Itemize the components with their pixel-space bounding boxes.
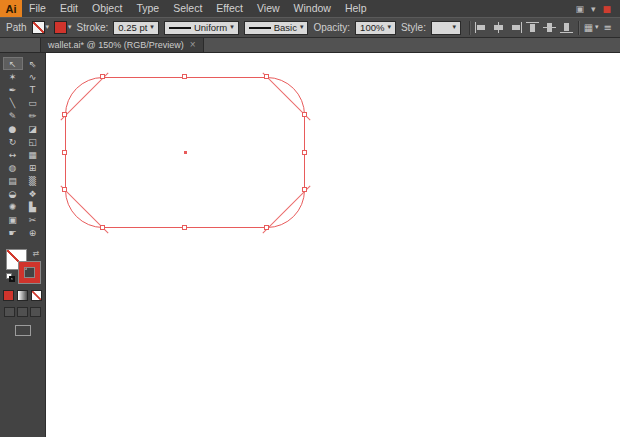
- blob-brush-tool[interactable]: ●: [3, 122, 23, 135]
- draw-normal-button[interactable]: [4, 307, 15, 317]
- menubar: Ai FileEditObjectTypeSelectEffectViewWin…: [0, 0, 620, 17]
- tools-grid: ↖⇖✶∿✒T╲▭✎✏●◪↻◱↔▦◍⊞▤▒◒❖✺▙▣✂☛⊕: [3, 57, 43, 239]
- menu-item-select[interactable]: Select: [166, 0, 209, 17]
- anchor-point[interactable]: [182, 225, 187, 230]
- anchor-point[interactable]: [62, 150, 67, 155]
- stroke-color-button[interactable]: ▾: [54, 21, 72, 34]
- default-fill-stroke-icon[interactable]: [6, 273, 15, 282]
- menu-item-effect[interactable]: Effect: [209, 0, 250, 17]
- menu-item-view[interactable]: View: [250, 0, 287, 17]
- menu-item-help[interactable]: Help: [338, 0, 374, 17]
- separator: [469, 21, 470, 35]
- align-horizontal-left-icon[interactable]: [475, 22, 488, 33]
- stroke-color-swatch-icon: [54, 21, 67, 34]
- panel-menu-icon[interactable]: ≡: [604, 22, 612, 33]
- style-label: Style:: [401, 22, 426, 33]
- direct-selection-tool[interactable]: ⇖: [23, 57, 43, 70]
- arrange-documents-caret-icon[interactable]: ▾: [591, 4, 596, 14]
- lasso-tool[interactable]: ∿: [23, 70, 43, 83]
- type-tool[interactable]: T: [23, 83, 43, 96]
- anchor-point[interactable]: [182, 74, 187, 79]
- pen-tool[interactable]: ✒: [3, 83, 23, 96]
- anchor-point[interactable]: [264, 74, 269, 79]
- opacity-label[interactable]: Opacity:: [313, 22, 350, 33]
- paintbrush-tool[interactable]: ✎: [3, 109, 23, 122]
- none-button[interactable]: [31, 290, 42, 301]
- fill-color-button[interactable]: ▾: [32, 21, 50, 34]
- caret-down-icon: ▾: [595, 24, 599, 31]
- stroke-label: Stroke:: [77, 22, 109, 33]
- brush-definition-dropdown[interactable]: Basic ▾: [244, 21, 309, 35]
- magic-wand-tool[interactable]: ✶: [3, 70, 23, 83]
- stroke-weight-field[interactable]: 0.25 pt ▾: [113, 21, 159, 35]
- scale-tool[interactable]: ◱: [23, 135, 43, 148]
- anchor-point[interactable]: [62, 187, 67, 192]
- stroke-weight-value: 0.25 pt: [118, 22, 147, 33]
- style-dropdown[interactable]: ▾: [431, 21, 461, 35]
- opacity-field[interactable]: 100% ▾: [355, 21, 396, 35]
- free-transform-tool[interactable]: ▦: [23, 148, 43, 161]
- eyedropper-tool[interactable]: ◒: [3, 187, 23, 200]
- anchor-point[interactable]: [302, 187, 307, 192]
- center-point[interactable]: [184, 151, 187, 154]
- align-vertical-top-icon[interactable]: [526, 22, 539, 33]
- width-profile-value: Uniform: [194, 22, 227, 33]
- swap-fill-stroke-icon[interactable]: ⇄: [33, 249, 40, 258]
- app-logo: Ai: [0, 0, 22, 17]
- caret-down-icon: ▾: [452, 24, 456, 31]
- pencil-tool[interactable]: ✏: [23, 109, 43, 122]
- hand-tool[interactable]: ☛: [3, 226, 23, 239]
- anchor-point[interactable]: [264, 225, 269, 230]
- menu-item-file[interactable]: File: [22, 0, 53, 17]
- menu-items: FileEditObjectTypeSelectEffectViewWindow…: [22, 0, 374, 17]
- blend-tool[interactable]: ❖: [23, 187, 43, 200]
- screen-mode-button[interactable]: [15, 325, 31, 336]
- stroke-swatch[interactable]: [19, 262, 40, 283]
- symbol-sprayer-tool[interactable]: ✺: [3, 200, 23, 213]
- anchor-point[interactable]: [100, 225, 105, 230]
- caret-down-icon: ▾: [230, 24, 234, 31]
- artboard-tool[interactable]: ▣: [3, 213, 23, 226]
- align-vertical-bottom-icon[interactable]: [560, 22, 573, 33]
- zoom-tool[interactable]: ⊕: [23, 226, 43, 239]
- shape-builder-tool[interactable]: ◍: [3, 161, 23, 174]
- caret-down-icon: ▾: [68, 24, 72, 31]
- anchor-point[interactable]: [302, 150, 307, 155]
- rotate-tool[interactable]: ↻: [3, 135, 23, 148]
- width-profile-dropdown[interactable]: Uniform ▾: [164, 21, 239, 35]
- workspace: ↖⇖✶∿✒T╲▭✎✏●◪↻◱↔▦◍⊞▤▒◒❖✺▙▣✂☛⊕ ⇄: [0, 53, 620, 437]
- draw-behind-button[interactable]: [17, 307, 28, 317]
- menu-item-window[interactable]: Window: [287, 0, 338, 17]
- align-horizontal-center-icon[interactable]: [492, 22, 505, 33]
- line-segment-tool[interactable]: ╲: [3, 96, 23, 109]
- red-app-badge-icon[interactable]: ■: [602, 4, 611, 14]
- drawing-modes-group: [4, 307, 41, 317]
- align-horizontal-right-icon[interactable]: [509, 22, 522, 33]
- gradient-tool[interactable]: ▒: [23, 174, 43, 187]
- width-tool[interactable]: ↔: [3, 148, 23, 161]
- menu-item-type[interactable]: Type: [129, 0, 166, 17]
- anchor-point[interactable]: [302, 112, 307, 117]
- color-gradient-none-group: [3, 290, 42, 301]
- close-tab-icon[interactable]: ×: [190, 40, 196, 50]
- anchor-point[interactable]: [100, 74, 105, 79]
- rectangle-tool[interactable]: ▭: [23, 96, 43, 109]
- align-vertical-center-icon[interactable]: [543, 22, 556, 33]
- canvas[interactable]: [46, 53, 620, 437]
- eraser-tool[interactable]: ◪: [23, 122, 43, 135]
- anchor-point[interactable]: [62, 112, 67, 117]
- object-type-label: Path: [6, 22, 27, 33]
- transform-grid-button[interactable]: ▦ ▾: [584, 22, 599, 33]
- gradient-button[interactable]: [17, 290, 28, 301]
- arrange-documents-icon[interactable]: ▣: [575, 4, 584, 14]
- menu-item-edit[interactable]: Edit: [53, 0, 85, 17]
- column-graph-tool[interactable]: ▙: [23, 200, 43, 213]
- color-button[interactable]: [3, 290, 14, 301]
- menu-item-object[interactable]: Object: [85, 0, 129, 17]
- slice-tool[interactable]: ✂: [23, 213, 43, 226]
- draw-inside-button[interactable]: [30, 307, 41, 317]
- mesh-tool[interactable]: ▤: [3, 174, 23, 187]
- document-tab[interactable]: wallet.ai* @ 150% (RGB/Preview) ×: [40, 38, 204, 52]
- selection-tool[interactable]: ↖: [3, 57, 23, 70]
- perspective-grid-tool[interactable]: ⊞: [23, 161, 43, 174]
